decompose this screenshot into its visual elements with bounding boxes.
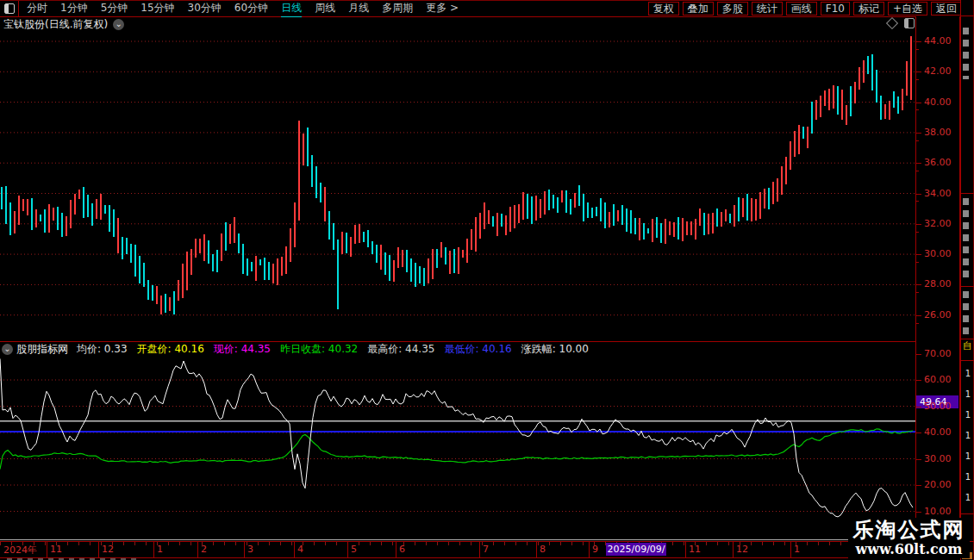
top-toolbar: 分时1分钟5分钟15分钟30分钟60分钟日线周线月线多周期更多 > 复权叠加多股… (0, 0, 973, 17)
indicator-zero-line (0, 539, 915, 540)
indicator-value: 开盘价: 40.16 (137, 343, 204, 355)
month-label: 12 (102, 544, 114, 555)
period-tab-9[interactable]: 月线 (348, 1, 369, 17)
action-button-叠加[interactable]: 叠加 (683, 2, 714, 16)
period-tab-1[interactable]: 分时 (27, 1, 47, 17)
indicator-value: 最低价: 40.16 (444, 343, 511, 355)
indicator-canvas[interactable] (0, 357, 915, 539)
trading-app-window: 分时1分钟5分钟15分钟30分钟60分钟日线周线月线多周期更多 > 复权叠加多股… (0, 0, 974, 560)
month-label: 3 (247, 544, 253, 555)
indicator-value: 昨日收盘: 40.32 (280, 343, 358, 355)
indicator-axis-label: 60.00 (924, 375, 952, 385)
y-axis-column: 49.64 44.0042.0040.0038.0036.0034.0032.0… (915, 16, 960, 558)
indicator-value: 最高价: 44.35 (367, 343, 434, 355)
month-label: 1 (794, 544, 800, 555)
sidebar-clipped-text[interactable] (963, 291, 969, 336)
month-label: 12 (736, 544, 748, 555)
main-axis-label: 36.00 (924, 158, 952, 168)
action-button-画线[interactable]: 画线 (786, 2, 817, 16)
period-tab-2[interactable]: 1分钟 (60, 1, 88, 17)
period-tab-4[interactable]: 15分钟 (140, 1, 174, 17)
indicator-axis-label: 40.00 (924, 427, 952, 438)
month-label: 7 (483, 544, 489, 555)
panel-toggle-icon[interactable] (0, 1, 19, 16)
month-label: 11 (50, 544, 62, 555)
sidebar-clipped-text[interactable] (963, 28, 969, 79)
indicator-axis-label: 20.00 (924, 480, 952, 490)
indicator-axis-label: 10.00 (924, 507, 952, 517)
month-label: 8 (540, 544, 546, 555)
action-button-多股[interactable]: 多股 (717, 2, 748, 16)
watermark-url: www.60lt.com (848, 542, 970, 557)
main-axis-label: 26.00 (924, 310, 952, 320)
action-button-统计[interactable]: 统计 (752, 2, 783, 16)
action-button-返回[interactable]: 返回 (931, 2, 962, 16)
x-axis: 2025/09/09/二 2024年111212345678911121 (0, 542, 959, 557)
action-button-标记[interactable]: 标记 (853, 2, 884, 16)
month-label: 9 (592, 544, 598, 555)
layout-icon[interactable] (904, 18, 915, 28)
sidebar-digits[interactable]: 1111111 (965, 364, 971, 508)
watermark: 乐淘公式网 www.60lt.com (848, 518, 970, 558)
right-sidebar: 自 1111111 (960, 0, 974, 560)
month-label: 1 (157, 544, 163, 555)
month-label: 4 (297, 544, 303, 555)
action-button-复权[interactable]: 复权 (648, 2, 679, 16)
main-axis-label: 44.00 (924, 36, 952, 47)
indicator-axis-label: 70.00 (924, 349, 952, 359)
period-tab-6[interactable]: 60分钟 (234, 1, 268, 17)
month-label: 6 (399, 544, 405, 555)
indicator-dropdown-icon[interactable]: ⌄ (2, 344, 13, 355)
indicator-value: 现价: 44.35 (214, 343, 271, 355)
watermark-site-name: 乐淘公式网 (848, 518, 970, 542)
period-tab-10[interactable]: 多周期 (382, 1, 413, 17)
main-kline-canvas[interactable] (0, 33, 915, 341)
period-tab-7[interactable]: 日线 (281, 1, 302, 17)
period-tab-11[interactable]: 更多 > (426, 1, 459, 17)
indicator-header: ⌄ 股朋指标网 均价: 0.33开盘价: 40.16现价: 44.35昨日收盘:… (0, 342, 915, 357)
toolbar-actions: 复权叠加多股统计画线F10标记+自选返回 (648, 2, 962, 16)
sidebar-clipped-text[interactable] (963, 198, 969, 283)
month-label: 2024年 (3, 544, 37, 557)
month-label: 2 (201, 544, 207, 555)
period-tabs: 分时1分钟5分钟15分钟30分钟60分钟日线周线月线多周期更多 > (27, 1, 459, 17)
period-tab-8[interactable]: 周线 (315, 1, 335, 17)
month-label: 5 (351, 544, 357, 555)
indicator-axis-label: 30.00 (924, 454, 952, 464)
sidebar-auto-tab[interactable]: 自 (963, 341, 972, 352)
main-axis-label: 34.00 (924, 189, 952, 199)
diamond-icon[interactable] (886, 17, 898, 29)
main-axis-label: 38.00 (924, 128, 952, 138)
main-axis-label: 40.00 (924, 97, 952, 108)
indicator-value: 涨跌幅: 10.00 (521, 343, 589, 355)
indicator-name[interactable]: 股朋指标网 (16, 342, 68, 357)
stock-title: 宝钛股份(日线.前复权) (3, 17, 108, 32)
chart-titlebar: 宝钛股份(日线.前复权) ⌄ (0, 17, 915, 32)
action-button-F10[interactable]: F10 (821, 2, 850, 16)
main-axis-label: 32.00 (924, 219, 952, 229)
main-axis-label: 30.00 (924, 249, 952, 259)
title-dropdown-icon[interactable]: ⌄ (113, 19, 124, 30)
cursor-date-tag: 2025/09/09/二 (606, 543, 666, 556)
action-button-+自选[interactable]: +自选 (888, 2, 927, 16)
period-tab-5[interactable]: 30分钟 (188, 1, 222, 17)
period-tab-3[interactable]: 5分钟 (101, 1, 128, 17)
indicator-value: 均价: 0.33 (77, 343, 128, 355)
month-label: 11 (689, 544, 701, 555)
main-axis-label: 28.00 (924, 279, 952, 289)
main-axis-label: 42.00 (924, 66, 952, 77)
indicator-axis-label: 50.00 (924, 401, 952, 412)
